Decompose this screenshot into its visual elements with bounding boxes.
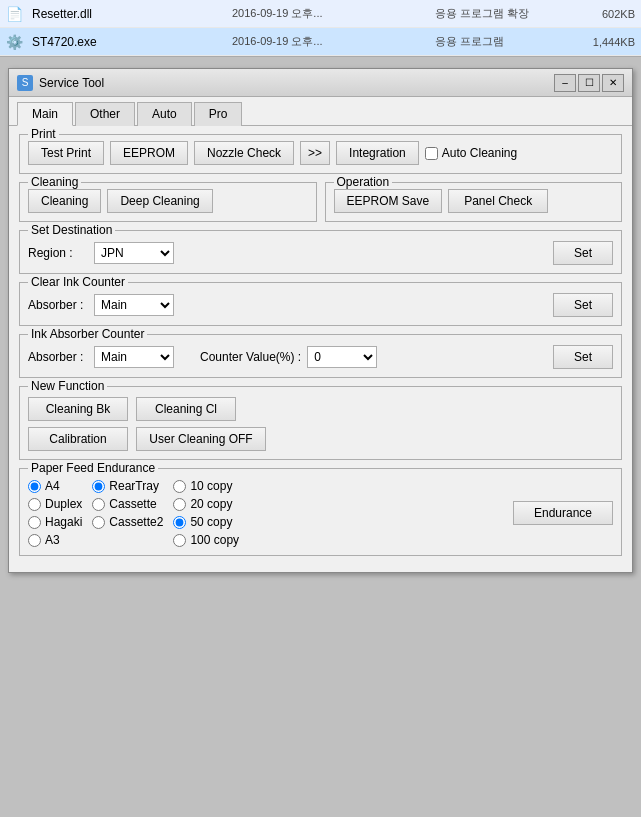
paper-hagaki-text: Hagaki (45, 515, 82, 529)
file-type-st4720: 응용 프로그램 (435, 34, 575, 49)
file-date-resetter: 2016-09-19 오후... (212, 6, 435, 21)
print-group: Print Test Print EEPROM Nozzle Check >> … (19, 134, 622, 174)
ink-absorber-set-button[interactable]: Set (553, 345, 613, 369)
cleaning-label: Cleaning (28, 175, 81, 189)
absorber-select-2[interactable]: Main Sub (94, 346, 174, 368)
file-list: 📄 Resetter.dll 2016-09-19 오후... 응용 프로그램 … (0, 0, 641, 57)
file-type-resetter: 응용 프로그램 확장 (435, 6, 575, 21)
auto-cleaning-checkbox-label[interactable]: Auto Cleaning (425, 146, 517, 160)
service-tool-window: S Service Tool – ☐ ✕ Main Other Auto Pro… (8, 68, 633, 573)
clear-ink-counter-row: Absorber : Main Sub Set (28, 293, 613, 317)
tray-column: RearTray Cassette Cassette2 (92, 479, 163, 547)
file-date-st4720: 2016-09-19 오후... (212, 34, 435, 49)
arrow-button[interactable]: >> (300, 141, 330, 165)
tray-rear-radio[interactable] (92, 480, 105, 493)
copy-50-text: 50 copy (190, 515, 232, 529)
maximize-button[interactable]: ☐ (578, 74, 600, 92)
region-label: Region : (28, 246, 88, 260)
clear-ink-counter-label: Clear Ink Counter (28, 275, 128, 289)
counter-value-select[interactable]: 0 10 20 50 100 (307, 346, 377, 368)
copy-10-label[interactable]: 10 copy (173, 479, 239, 493)
paper-a3-radio[interactable] (28, 534, 41, 547)
print-buttons-row: Test Print EEPROM Nozzle Check >> Integr… (28, 141, 613, 165)
copy-column: 10 copy 20 copy 50 copy 100 copy (173, 479, 239, 547)
ink-absorber-counter-row: Absorber : Main Sub Counter Value(%) : 0… (28, 345, 613, 369)
ink-absorber-counter-label: Ink Absorber Counter (28, 327, 147, 341)
eeprom-button[interactable]: EEPROM (110, 141, 188, 165)
set-destination-row: Region : JPN USA EUR Set (28, 241, 613, 265)
copy-20-text: 20 copy (190, 497, 232, 511)
auto-cleaning-checkbox[interactable] (425, 147, 438, 160)
copy-100-label[interactable]: 100 copy (173, 533, 239, 547)
copy-100-text: 100 copy (190, 533, 239, 547)
new-function-row1: Cleaning Bk Cleaning Cl (28, 397, 613, 421)
test-print-button[interactable]: Test Print (28, 141, 104, 165)
tray-cassette2-label[interactable]: Cassette2 (92, 515, 163, 529)
tab-pro[interactable]: Pro (194, 102, 243, 126)
tray-cassette-text: Cassette (109, 497, 156, 511)
paper-a4-radio[interactable] (28, 480, 41, 493)
tray-cassette-radio[interactable] (92, 498, 105, 511)
file-row-resetter[interactable]: 📄 Resetter.dll 2016-09-19 오후... 응용 프로그램 … (0, 0, 641, 28)
cleaning-buttons: Cleaning Deep Cleaning (28, 189, 308, 213)
file-row-st4720[interactable]: ⚙️ ST4720.exe 2016-09-19 오후... 응용 프로그램 1… (0, 28, 641, 56)
absorber-label-1: Absorber : (28, 298, 88, 312)
calibration-button[interactable]: Calibration (28, 427, 128, 451)
cleaning-bk-button[interactable]: Cleaning Bk (28, 397, 128, 421)
paper-feed-endurance-label: Paper Feed Endurance (28, 461, 158, 475)
integration-button[interactable]: Integration (336, 141, 419, 165)
copy-100-radio[interactable] (173, 534, 186, 547)
copy-50-label[interactable]: 50 copy (173, 515, 239, 529)
tray-rear-label[interactable]: RearTray (92, 479, 163, 493)
clear-ink-set-button[interactable]: Set (553, 293, 613, 317)
endurance-button[interactable]: Endurance (513, 501, 613, 525)
paper-feed-endurance-group: Paper Feed Endurance A4 Duplex Hagaki (19, 468, 622, 556)
tab-main[interactable]: Main (17, 102, 73, 126)
user-cleaning-off-button[interactable]: User Cleaning OFF (136, 427, 266, 451)
set-destination-group: Set Destination Region : JPN USA EUR Set (19, 230, 622, 274)
tray-cassette2-text: Cassette2 (109, 515, 163, 529)
auto-cleaning-text: Auto Cleaning (442, 146, 517, 160)
deep-cleaning-button[interactable]: Deep Cleaning (107, 189, 212, 213)
tray-cassette2-radio[interactable] (92, 516, 105, 529)
window-icon: S (17, 75, 33, 91)
tab-other[interactable]: Other (75, 102, 135, 126)
paper-hagaki-label[interactable]: Hagaki (28, 515, 82, 529)
nozzle-check-button[interactable]: Nozzle Check (194, 141, 294, 165)
new-function-label: New Function (28, 379, 107, 393)
copy-10-text: 10 copy (190, 479, 232, 493)
absorber-select-1[interactable]: Main Sub (94, 294, 174, 316)
file-size-resetter: 602KB (575, 8, 635, 20)
copy-20-radio[interactable] (173, 498, 186, 511)
tab-bar: Main Other Auto Pro (9, 97, 632, 126)
minimize-button[interactable]: – (554, 74, 576, 92)
region-select[interactable]: JPN USA EUR (94, 242, 174, 264)
copy-10-radio[interactable] (173, 480, 186, 493)
paper-a4-text: A4 (45, 479, 60, 493)
paper-a3-label[interactable]: A3 (28, 533, 82, 547)
file-name-st4720: ST4720.exe (32, 35, 212, 49)
copy-50-radio[interactable] (173, 516, 186, 529)
tab-auto[interactable]: Auto (137, 102, 192, 126)
cleaning-cl-button[interactable]: Cleaning Cl (136, 397, 236, 421)
paper-duplex-radio[interactable] (28, 498, 41, 511)
exe-icon: ⚙️ (6, 34, 26, 50)
tray-rear-text: RearTray (109, 479, 159, 493)
tray-cassette-label[interactable]: Cassette (92, 497, 163, 511)
close-button[interactable]: ✕ (602, 74, 624, 92)
copy-20-label[interactable]: 20 copy (173, 497, 239, 511)
dll-icon: 📄 (6, 6, 26, 22)
counter-value-label: Counter Value(%) : (200, 350, 301, 364)
set-destination-button[interactable]: Set (553, 241, 613, 265)
paper-hagaki-radio[interactable] (28, 516, 41, 529)
paper-duplex-label[interactable]: Duplex (28, 497, 82, 511)
cleaning-button[interactable]: Cleaning (28, 189, 101, 213)
paper-a3-text: A3 (45, 533, 60, 547)
paper-feed-endurance-content: A4 Duplex Hagaki A3 (28, 479, 613, 547)
paper-a4-label[interactable]: A4 (28, 479, 82, 493)
eeprom-save-button[interactable]: EEPROM Save (334, 189, 443, 213)
paper-duplex-text: Duplex (45, 497, 82, 511)
panel-check-button[interactable]: Panel Check (448, 189, 548, 213)
paper-column: A4 Duplex Hagaki A3 (28, 479, 82, 547)
file-size-st4720: 1,444KB (575, 36, 635, 48)
